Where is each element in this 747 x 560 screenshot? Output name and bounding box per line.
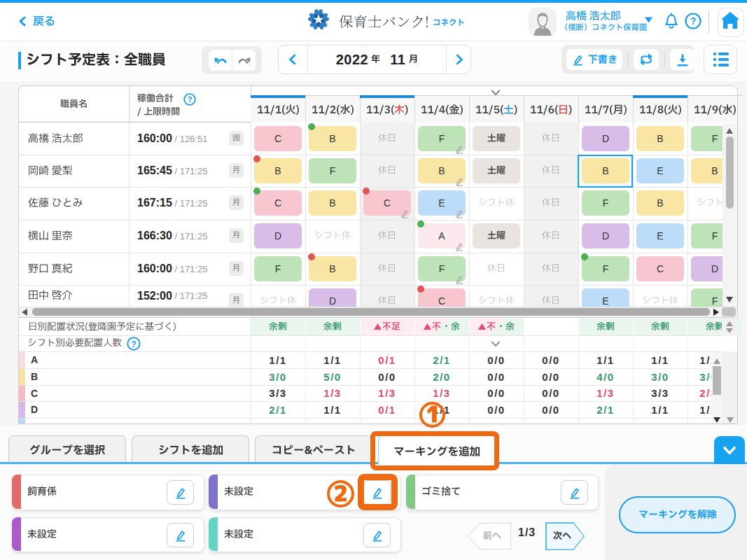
svg-text:?: ? xyxy=(131,339,136,349)
svg-text:?: ? xyxy=(690,15,697,27)
svg-text:?: ? xyxy=(188,95,193,104)
